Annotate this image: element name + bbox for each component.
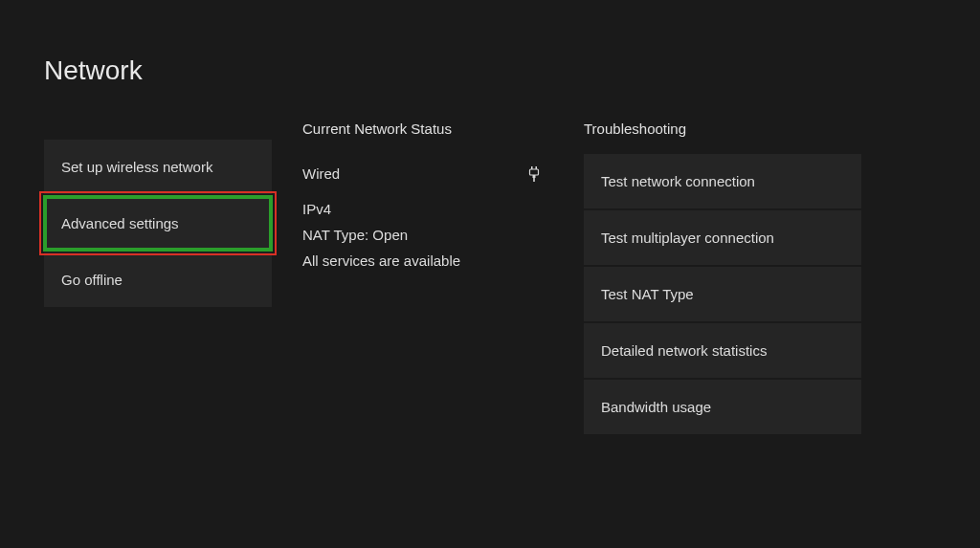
svg-rect-4: [533, 178, 535, 182]
troubleshooting-header: Troubleshooting: [584, 121, 861, 137]
bandwidth-label: Bandwidth usage: [601, 399, 711, 415]
test-multiplayer-button[interactable]: Test multiplayer connection: [584, 210, 861, 265]
ip-version-label: IPv4: [302, 201, 540, 217]
advanced-settings-highlight-wrapper: Advanced settings: [44, 196, 272, 251]
test-network-label: Test network connection: [601, 173, 755, 189]
wired-plug-icon: [528, 166, 540, 182]
advanced-settings-label: Advanced settings: [61, 215, 179, 231]
connection-type-row: Wired: [302, 165, 540, 182]
troubleshooting-column: Troubleshooting Test network connection …: [584, 121, 861, 436]
test-multiplayer-label: Test multiplayer connection: [601, 230, 774, 246]
test-nat-button[interactable]: Test NAT Type: [584, 267, 861, 321]
status-column: Current Network Status Wired IPv4 NAT Ty…: [302, 121, 540, 436]
setup-wireless-label: Set up wireless network: [61, 159, 212, 175]
nat-type-label: NAT Type: Open: [302, 227, 540, 243]
svg-rect-2: [530, 169, 539, 175]
detailed-stats-button[interactable]: Detailed network statistics: [584, 323, 861, 378]
connection-type-label: Wired: [302, 165, 340, 182]
go-offline-label: Go offline: [61, 272, 122, 288]
test-network-button[interactable]: Test network connection: [584, 154, 861, 208]
svg-rect-3: [533, 175, 536, 178]
left-menu-column: Set up wireless network Advanced setting…: [44, 121, 272, 436]
advanced-settings-button[interactable]: Advanced settings: [44, 196, 272, 251]
page-title: Network: [0, 0, 980, 86]
test-nat-label: Test NAT Type: [601, 286, 694, 302]
content-area: Set up wireless network Advanced setting…: [0, 86, 980, 436]
detailed-stats-label: Detailed network statistics: [601, 342, 767, 359]
status-header: Current Network Status: [302, 121, 540, 137]
services-status-label: All services are available: [302, 252, 540, 269]
bandwidth-button[interactable]: Bandwidth usage: [584, 380, 861, 434]
setup-wireless-button[interactable]: Set up wireless network: [44, 140, 272, 194]
go-offline-button[interactable]: Go offline: [44, 252, 272, 307]
